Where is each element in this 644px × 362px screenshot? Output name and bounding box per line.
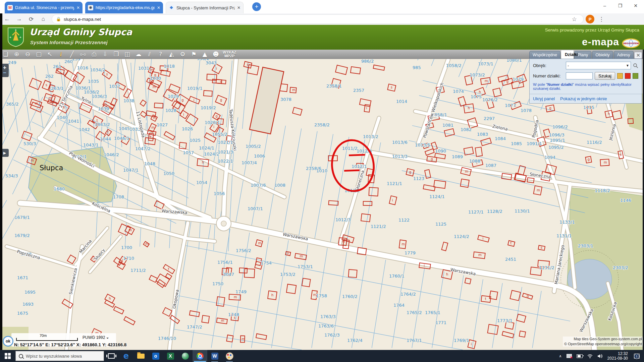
printer-error-icon[interactable]: [567, 354, 572, 358]
new-tab-button[interactable]: +: [252, 2, 261, 11]
tab-close-icon[interactable]: ✕: [76, 5, 80, 10]
address-bar[interactable]: 🔒 slupca.e-mapa.net ☆: [52, 14, 584, 24]
flip-triangle-icon[interactable]: ◭: [166, 50, 177, 59]
svg-text:1122: 1122: [398, 218, 410, 223]
bookmark-star-icon[interactable]: ☆: [569, 16, 579, 23]
taskbar-app-excel[interactable]: X: [163, 350, 178, 362]
panel-tab-adresy[interactable]: Adresy: [614, 51, 634, 59]
svg-text:t: t: [511, 241, 512, 245]
tray-chevron-icon[interactable]: ∧: [559, 354, 562, 358]
legend-square-yellow[interactable]: [617, 73, 623, 79]
home-icon[interactable]: ⌂: [38, 16, 48, 22]
search-icon[interactable]: [633, 63, 638, 68]
svg-text:1091/1: 1091/1: [527, 141, 542, 146]
help-icon[interactable]: ?: [155, 50, 166, 59]
feedback-person-icon[interactable]: ☻: [210, 50, 221, 59]
map-viewport[interactable]: gigmtsmmithmmiigggsthgihtghmmgimmggiimtm…: [0, 59, 644, 350]
minimize-button[interactable]: –: [597, 0, 612, 11]
action-center-icon[interactable]: 1: [633, 352, 641, 360]
svg-text:s: s: [106, 72, 108, 76]
cloud-shape-icon[interactable]: ☁: [133, 50, 144, 59]
settings-gears-icon[interactable]: ⚙: [177, 50, 188, 59]
svg-text:h: h: [479, 90, 481, 94]
volume-icon[interactable]: [597, 354, 603, 358]
svg-text:1083: 1083: [477, 132, 488, 137]
taskbar-app-paint[interactable]: [222, 350, 237, 362]
svg-text:1042: 1042: [79, 127, 90, 132]
link-icon[interactable]: ⧟: [77, 50, 89, 59]
wykaz-mpzp-button[interactable]: WYKAZMPZP: [223, 51, 236, 58]
browser-menu-icon[interactable]: ⋮: [596, 16, 606, 23]
obreb-select[interactable]: -▼: [566, 62, 631, 69]
browser-tab-3[interactable]: ❖ Słupca - System Informacji Przest ✕: [166, 2, 244, 13]
ok-indicator[interactable]: ok: [3, 336, 13, 347]
emapa-favicon: ❖: [169, 5, 174, 10]
tab-close-icon[interactable]: ✕: [237, 5, 240, 10]
taskbar-app-chrome[interactable]: [193, 350, 207, 362]
battery-icon[interactable]: [577, 354, 583, 358]
svg-text:t: t: [485, 297, 486, 301]
hatching-icon[interactable]: ⫽: [144, 50, 155, 59]
parcel-number-input[interactable]: [566, 72, 593, 79]
panel-tab-działki[interactable]: Działki: [561, 50, 574, 59]
szukaj-button[interactable]: Szukaj: [595, 72, 615, 80]
select-area-icon[interactable]: ▢: [33, 50, 44, 59]
info-icon[interactable]: i: [55, 50, 66, 59]
taskbar-app-globe-app[interactable]: [178, 350, 193, 362]
single-window-link[interactable]: Pokazuj w jednym oknie: [560, 96, 607, 101]
svg-text:m: m: [234, 295, 237, 299]
legend-square-red[interactable]: [625, 73, 631, 79]
wifi-icon[interactable]: [587, 354, 593, 358]
taskbar-search[interactable]: Wpisz tu wyszukiwane słowa: [15, 351, 104, 361]
copy-view-icon[interactable]: ❐: [111, 50, 122, 59]
taskbar-app-file-explorer[interactable]: [133, 350, 148, 362]
svg-text:534/3: 534/3: [5, 173, 18, 178]
svg-text:s: s: [46, 83, 47, 87]
panel-tab-współrzędne[interactable]: Współrzędne: [529, 51, 560, 59]
forward-icon[interactable]: →: [14, 16, 24, 22]
legend-square-green[interactable]: [633, 73, 638, 79]
crs-select[interactable]: PUWG 1992: [83, 335, 105, 340]
url-text[interactable]: slupca.e-mapa.net: [64, 17, 101, 22]
svg-text:g: g: [549, 106, 551, 110]
reload-icon[interactable]: ⟳: [26, 16, 36, 23]
taskbar-app-word[interactable]: W: [207, 350, 222, 362]
svg-text:m: m: [604, 161, 607, 164]
svg-text:1076/2: 1076/2: [482, 97, 498, 102]
browser-tab-1[interactable]: M Działka ul. Słoneczna - przemysł ✕: [5, 2, 83, 13]
cursor-icon[interactable]: ↖: [44, 50, 55, 59]
zoom-out-icon[interactable]: ⊖: [22, 50, 33, 59]
close-button[interactable]: ✕: [628, 0, 643, 11]
svg-text:1013/6: 1013/6: [392, 140, 408, 145]
svg-text:h: h: [446, 273, 448, 276]
lock-icon: 🔒: [56, 17, 61, 21]
service-note: Serwis prowadzony przez Urząd Gminy Słup…: [545, 27, 639, 33]
layout-panels-icon[interactable]: ◫: [122, 50, 133, 59]
start-button[interactable]: [0, 350, 15, 362]
taskbar-app-task-view[interactable]: [104, 350, 119, 362]
taskbar-clock[interactable]: 12:32 2021-08-30: [607, 351, 628, 361]
svg-text:1026: 1026: [182, 126, 193, 131]
print-icon[interactable]: ⎙: [89, 50, 100, 59]
panel-close-icon[interactable]: ✕: [634, 52, 642, 59]
tab-close-icon[interactable]: ✕: [157, 5, 160, 10]
svg-text:1671: 1671: [17, 275, 28, 280]
taskbar-app-edge[interactable]: e: [119, 350, 133, 362]
zoom-in-icon[interactable]: ⊕: [11, 50, 22, 59]
panel-tab-obiekty[interactable]: Obiekty: [592, 51, 613, 59]
hide-panel-link[interactable]: Ukryj panel: [533, 96, 555, 101]
measure-icon[interactable]: ╱: [66, 50, 77, 59]
svg-text:g: g: [527, 294, 529, 298]
map-zoom-out[interactable]: −: [3, 70, 6, 76]
terrain-icon[interactable]: ▲: [199, 50, 210, 59]
map-flag-icon[interactable]: ⚑: [188, 50, 199, 59]
taskbar-app-outlook[interactable]: o: [148, 350, 163, 362]
svg-text:+: +: [15, 28, 17, 32]
profile-avatar[interactable]: P: [586, 15, 594, 23]
restore-button[interactable]: ❐: [612, 0, 628, 11]
browser-tab-2[interactable]: ✵ https://przegladarka-ekw.ms.gov ✕: [85, 2, 163, 13]
svg-text:365/2: 365/2: [6, 102, 18, 107]
back-icon[interactable]: ←: [2, 16, 12, 22]
crs-chevron-icon[interactable]: ⌄: [106, 335, 109, 340]
download-point-icon[interactable]: ⇩: [100, 50, 111, 59]
